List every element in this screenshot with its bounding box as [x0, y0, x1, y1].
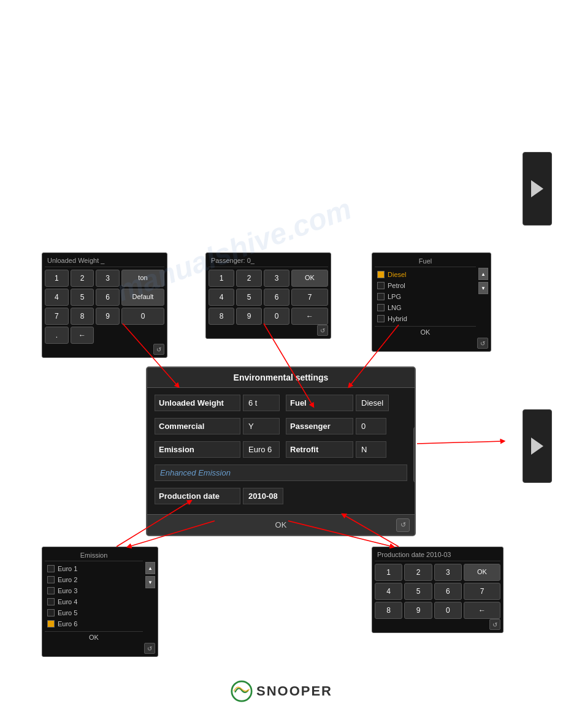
fuel-item-hybrid[interactable]: Hybrid [375, 313, 476, 324]
emission-field-value[interactable]: Euro 6 [243, 441, 280, 458]
passenger-key-7[interactable]: 7 [291, 289, 328, 306]
unloaded-key-2[interactable]: 2 [71, 270, 94, 287]
retrofit-field-label[interactable]: Retrofit [286, 441, 353, 458]
unloaded-key-6[interactable]: 6 [96, 289, 120, 306]
emission-item-euro1[interactable]: Euro 1 [45, 563, 143, 574]
passenger-key-5[interactable]: 5 [236, 289, 262, 306]
passenger-key-8[interactable]: 8 [209, 308, 234, 325]
proddate-key-9[interactable]: 9 [404, 602, 432, 619]
emission-item-euro4[interactable]: Euro 4 [45, 596, 143, 607]
passenger-ok-btn[interactable]: OK [291, 270, 328, 287]
unloaded-key-5[interactable]: 5 [71, 289, 94, 306]
env-ok-button[interactable]: OK [263, 518, 299, 531]
fuel-item-diesel[interactable]: Diesel [375, 269, 476, 280]
env-dialog-body: Unloaded Weight 6 t Fuel Diesel Commerci… [147, 388, 415, 514]
proddate-key-7[interactable]: 7 [464, 583, 500, 600]
unloaded-key-0[interactable]: 0 [121, 308, 164, 325]
fuel-list: Diesel Petrol LPG LNG Hybrid [375, 269, 476, 324]
env-dialog-footer: OK ↺ [147, 514, 415, 535]
unloaded-key-1[interactable]: 1 [45, 270, 69, 287]
emission-refresh[interactable]: ↺ [144, 643, 155, 654]
fuel-label-lng: LNG [388, 304, 402, 311]
proddate-key-0[interactable]: 0 [434, 602, 462, 619]
unloaded-key-4[interactable]: 4 [45, 289, 69, 306]
snooper-logo-icon [231, 680, 253, 702]
fuel-scroll-controls: ▲ ▼ [478, 268, 488, 294]
emission-checkbox-euro2 [47, 576, 55, 583]
fuel-field-label[interactable]: Fuel [286, 395, 353, 411]
fuel-scroll-down[interactable]: ▼ [478, 282, 488, 294]
unloaded-key-9[interactable]: 9 [96, 308, 120, 325]
fuel-refresh[interactable]: ↺ [477, 338, 488, 349]
unloaded-key-default[interactable]: Default [121, 289, 164, 306]
emission-checkbox-euro6 [47, 620, 55, 628]
proddate-ok-btn[interactable]: OK [464, 564, 500, 581]
passenger-key-3[interactable]: 3 [264, 270, 289, 287]
emission-checkbox-euro3 [47, 587, 55, 594]
emission-ok-btn[interactable]: OK [45, 631, 143, 643]
fuel-field-value[interactable]: Diesel [356, 395, 389, 411]
emission-scroll-down[interactable]: ▼ [145, 576, 155, 588]
emission-item-euro6[interactable]: Euro 6 [45, 618, 143, 629]
unloaded-key-3[interactable]: 3 [96, 270, 120, 287]
proddate-key-5[interactable]: 5 [404, 583, 432, 600]
commercial-field-value[interactable]: Y [243, 418, 280, 434]
proddate-refresh[interactable]: ↺ [489, 619, 500, 630]
proddate-key-2[interactable]: 2 [404, 564, 432, 581]
emission-checkbox-euro1 [47, 565, 55, 572]
proddate-key-8[interactable]: 8 [375, 602, 402, 619]
production-date-field-label[interactable]: Production date [155, 488, 240, 504]
fuel-scroll-up[interactable]: ▲ [478, 268, 488, 280]
unloaded-key-dot[interactable]: . [45, 327, 69, 344]
passenger-refresh[interactable]: ↺ [317, 325, 328, 336]
passenger-field-label[interactable]: Passenger [286, 418, 353, 434]
unloaded-weight-refresh[interactable]: ↺ [153, 344, 164, 355]
emission-scroll-up[interactable]: ▲ [145, 562, 155, 574]
production-date-field-value[interactable]: 2010-08 [243, 488, 283, 504]
fuel-item-lpg[interactable]: LPG [375, 291, 476, 302]
passenger-key-4[interactable]: 4 [209, 289, 234, 306]
fuel-label-lpg: LPG [388, 293, 401, 300]
emission-item-euro2[interactable]: Euro 2 [45, 574, 143, 585]
proddate-key-4[interactable]: 4 [375, 583, 402, 600]
fuel-item-lng[interactable]: LNG [375, 302, 476, 313]
fuel-label-hybrid: Hybrid [388, 315, 407, 322]
env-row-5: Production date 2010-08 [155, 486, 407, 506]
arrow-right-icon-2 [531, 438, 543, 455]
passenger-key-2[interactable]: 2 [236, 270, 262, 287]
svg-line-6 [417, 441, 503, 444]
unloaded-key-7[interactable]: 7 [45, 308, 69, 325]
snooper-logo: SNOOPER [231, 680, 332, 702]
unloaded-weight-field-value[interactable]: 6 t [243, 395, 280, 411]
proddate-key-1[interactable]: 1 [375, 564, 402, 581]
emission-field-label[interactable]: Emission [155, 441, 240, 458]
commercial-field-label[interactable]: Commercial [155, 418, 240, 434]
passenger-key-9[interactable]: 9 [236, 308, 262, 325]
passenger-key-backspace[interactable]: ← [291, 308, 328, 325]
unloaded-weight-field-label[interactable]: Unloaded Weight [155, 395, 240, 411]
fuel-label-diesel: Diesel [388, 271, 407, 278]
proddate-key-backspace[interactable]: ← [464, 602, 500, 619]
passenger-key-0[interactable]: 0 [264, 308, 289, 325]
passenger-key-1[interactable]: 1 [209, 270, 234, 287]
unloaded-key-ton[interactable]: ton [121, 270, 164, 287]
fuel-item-petrol[interactable]: Petrol [375, 280, 476, 291]
proddate-key-3[interactable]: 3 [434, 564, 462, 581]
env-refresh-button[interactable]: ↺ [396, 518, 410, 532]
emission-label-euro3: Euro 3 [58, 587, 77, 594]
enhanced-emission-field[interactable]: Enhanced Emission [155, 464, 407, 481]
unloaded-key-8[interactable]: 8 [71, 308, 94, 325]
nav-arrow-top-button[interactable] [523, 152, 552, 226]
env-dialog-nav-btn[interactable] [413, 427, 416, 482]
passenger-field-value[interactable]: 0 [356, 418, 386, 434]
nav-arrow-bottom-button[interactable] [523, 409, 552, 483]
fuel-panel: Fuel Diesel Petrol LPG LNG Hybrid OK ▲ ▼… [372, 252, 491, 352]
proddate-key-6[interactable]: 6 [434, 583, 462, 600]
passenger-key-6[interactable]: 6 [264, 289, 289, 306]
unloaded-key-backspace[interactable]: ← [71, 327, 94, 344]
emission-item-euro5[interactable]: Euro 5 [45, 607, 143, 618]
emission-item-euro3[interactable]: Euro 3 [45, 585, 143, 596]
fuel-ok-btn[interactable]: OK [375, 326, 476, 338]
env-row-1-content: Unloaded Weight 6 t Fuel Diesel [155, 395, 407, 411]
retrofit-field-value[interactable]: N [356, 441, 386, 458]
